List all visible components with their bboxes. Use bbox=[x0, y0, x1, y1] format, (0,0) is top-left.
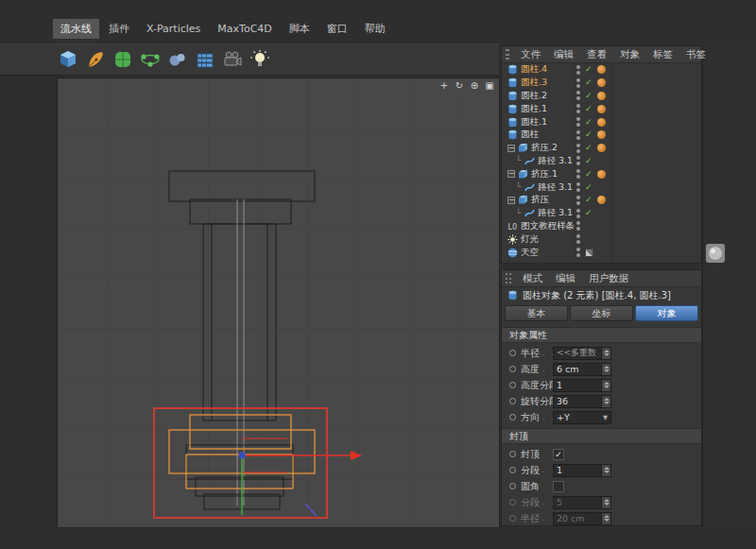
keyframe-circle-icon[interactable] bbox=[509, 366, 516, 372]
keyframe-circle-icon[interactable] bbox=[509, 398, 516, 404]
object-row[interactable]: 灯光 bbox=[502, 232, 701, 246]
tab-对象[interactable]: 对象 bbox=[635, 305, 698, 321]
enable-check-icon[interactable]: ✓ bbox=[585, 105, 593, 113]
enable-check-icon[interactable]: ✓ bbox=[585, 65, 593, 74]
enable-check-icon[interactable]: ✓ bbox=[585, 157, 593, 165]
dropdown[interactable]: +Y▼ bbox=[553, 411, 611, 424]
value-field[interactable]: 1 bbox=[553, 464, 611, 477]
tab-基本[interactable]: 基本 bbox=[505, 305, 568, 321]
viewport[interactable]: +↻⊕▣ bbox=[57, 77, 500, 528]
phong-tag[interactable] bbox=[597, 130, 606, 139]
attr-menu-item[interactable]: 用户数据 bbox=[582, 272, 635, 285]
object-row[interactable]: L0图文教程样条 bbox=[502, 220, 701, 233]
enable-check-icon[interactable]: ✓ bbox=[585, 183, 593, 192]
panel-grip-icon[interactable] bbox=[506, 273, 511, 283]
visibility-dots-icon[interactable] bbox=[576, 221, 580, 231]
menu-item[interactable]: 流水线 bbox=[53, 19, 99, 39]
pan-icon[interactable]: + bbox=[438, 80, 450, 92]
panel-grip-icon[interactable] bbox=[506, 49, 509, 60]
texture-tag[interactable] bbox=[585, 249, 593, 257]
om-menu-item[interactable]: 编辑 bbox=[547, 48, 580, 61]
light-bulb-icon[interactable] bbox=[249, 48, 271, 71]
subdivision-surface-icon[interactable] bbox=[112, 48, 134, 71]
menu-item[interactable]: X-Particles bbox=[139, 20, 208, 38]
phong-tag[interactable] bbox=[597, 144, 606, 152]
visibility-dots-icon[interactable] bbox=[576, 91, 580, 100]
visibility-dots-icon[interactable] bbox=[576, 144, 580, 153]
om-menu-item[interactable]: 文件 bbox=[514, 48, 547, 61]
stepper-icon[interactable] bbox=[601, 513, 610, 524]
viewport-canvas[interactable] bbox=[58, 78, 499, 527]
enable-check-icon[interactable]: ✓ bbox=[585, 196, 593, 204]
phong-tag[interactable] bbox=[597, 170, 606, 179]
rotate-icon[interactable]: ↻ bbox=[454, 80, 465, 92]
phong-tag[interactable] bbox=[597, 78, 606, 87]
expand-toggle-icon[interactable]: − bbox=[507, 197, 515, 204]
keyframe-circle-icon[interactable] bbox=[509, 350, 516, 356]
phong-tag[interactable] bbox=[597, 196, 606, 204]
phong-tag[interactable] bbox=[597, 92, 606, 100]
origin-handle[interactable] bbox=[239, 453, 246, 459]
zoom-icon[interactable]: ⊕ bbox=[469, 80, 480, 92]
object-row[interactable]: └路径 3.1✓ bbox=[502, 207, 701, 220]
stepper-icon[interactable] bbox=[601, 380, 610, 391]
enable-check-icon[interactable]: ✓ bbox=[585, 92, 593, 100]
material-thumbnail[interactable] bbox=[706, 244, 725, 263]
phong-tag[interactable] bbox=[597, 118, 606, 127]
camera-icon[interactable] bbox=[221, 48, 244, 71]
phong-tag[interactable] bbox=[597, 65, 606, 74]
stepper-icon[interactable] bbox=[601, 465, 610, 476]
visibility-dots-icon[interactable] bbox=[576, 234, 580, 244]
enable-check-icon[interactable]: ✓ bbox=[585, 209, 593, 217]
keyframe-circle-icon[interactable] bbox=[509, 382, 516, 388]
value-field[interactable]: 1 bbox=[553, 379, 611, 392]
keyframe-circle-icon[interactable] bbox=[509, 515, 516, 522]
maximize-icon[interactable]: ▣ bbox=[484, 80, 495, 92]
visibility-dots-icon[interactable] bbox=[576, 104, 580, 113]
value-field[interactable]: <<多重数 bbox=[553, 347, 611, 360]
expand-toggle-icon[interactable]: − bbox=[507, 145, 515, 152]
object-row[interactable]: 圆柱.3✓ bbox=[502, 77, 701, 90]
value-field[interactable]: 36 bbox=[553, 395, 611, 408]
object-row[interactable]: 圆柱.1✓ bbox=[502, 102, 701, 115]
visibility-dots-icon[interactable] bbox=[576, 209, 580, 218]
menu-item[interactable]: 脚本 bbox=[282, 19, 318, 39]
stepper-icon[interactable] bbox=[601, 364, 610, 375]
checkbox[interactable]: ✓ bbox=[553, 449, 564, 460]
value-field[interactable]: 5 bbox=[553, 496, 611, 509]
visibility-dots-icon[interactable] bbox=[576, 130, 580, 140]
menu-item[interactable]: MaxToC4D bbox=[210, 20, 279, 38]
om-menu-item[interactable]: 书签 bbox=[679, 48, 713, 61]
keyframe-circle-icon[interactable] bbox=[509, 451, 516, 457]
metaball-icon[interactable] bbox=[166, 48, 189, 71]
enable-check-icon[interactable]: ✓ bbox=[585, 130, 593, 139]
stepper-icon[interactable] bbox=[601, 497, 610, 508]
om-menu-item[interactable]: 标签 bbox=[646, 48, 679, 61]
keyframe-circle-icon[interactable] bbox=[509, 467, 516, 473]
object-row[interactable]: └路径 3.1✓ bbox=[502, 180, 701, 194]
enable-check-icon[interactable]: ✓ bbox=[585, 144, 593, 152]
value-field[interactable]: 20 cm bbox=[553, 512, 611, 525]
visibility-dots-icon[interactable] bbox=[576, 78, 580, 88]
visibility-dots-icon[interactable] bbox=[576, 196, 580, 205]
menu-item[interactable]: 插件 bbox=[101, 19, 137, 39]
object-row[interactable]: 圆柱.2✓ bbox=[502, 90, 701, 103]
object-row[interactable]: 圆柱✓ bbox=[502, 129, 701, 142]
keyframe-circle-icon[interactable] bbox=[509, 499, 516, 506]
visibility-dots-icon[interactable] bbox=[576, 182, 580, 192]
grid-array-icon[interactable] bbox=[194, 48, 216, 71]
visibility-dots-icon[interactable] bbox=[576, 117, 580, 127]
object-row[interactable]: −挤压✓ bbox=[502, 194, 701, 207]
object-row[interactable]: 圆柱.1✓ bbox=[502, 115, 701, 129]
stepper-icon[interactable] bbox=[601, 396, 610, 407]
expand-toggle-icon[interactable]: − bbox=[507, 170, 515, 178]
pen-icon[interactable] bbox=[84, 48, 107, 71]
phong-tag[interactable] bbox=[597, 105, 606, 113]
stepper-icon[interactable] bbox=[601, 348, 610, 359]
menu-item[interactable]: 窗口 bbox=[319, 19, 355, 39]
value-field[interactable]: 6 cm bbox=[553, 363, 611, 376]
visibility-dots-icon[interactable] bbox=[576, 156, 580, 165]
checkbox[interactable] bbox=[553, 481, 564, 492]
tab-坐标[interactable]: 坐标 bbox=[570, 305, 633, 321]
enable-check-icon[interactable]: ✓ bbox=[585, 78, 593, 87]
